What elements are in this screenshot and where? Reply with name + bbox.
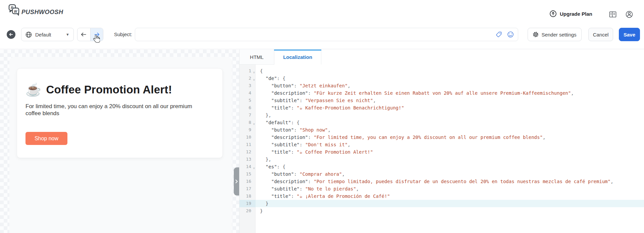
code-line-2[interactable]: 2v "de": { (239, 75, 644, 82)
line-number: 8v (239, 119, 256, 126)
tab-html[interactable]: HTML (239, 50, 274, 65)
save-label: Save (624, 32, 635, 37)
code-text: "description": "Für kurze Zeit erhalten … (256, 89, 644, 97)
svg-text:P: P (11, 6, 13, 10)
emoji-icon[interactable] (507, 31, 514, 38)
language-selected-label: Default (35, 32, 51, 37)
panel-collapse-handle[interactable] (234, 167, 239, 196)
line-number: 20 (239, 207, 256, 215)
code-line-6[interactable]: 6 "title": "☕ Kaffee-Promotion Benachric… (239, 104, 644, 111)
line-number: 1v (239, 67, 256, 75)
email-preview-canvas: ☕ Coffee Promotion Alert! For limited ti… (0, 50, 239, 233)
coffee-emoji: ☕ (25, 83, 41, 96)
code-text: "default": { (256, 119, 644, 126)
cancel-button[interactable]: Cancel (588, 28, 613, 41)
subject-input[interactable] (135, 28, 518, 41)
globe-icon (25, 31, 32, 38)
code-line-4[interactable]: 4 "description": "Für kurze Zeit erhalte… (239, 89, 644, 97)
code-line-15[interactable]: 15 "button": "Comprar ahora", (239, 170, 644, 178)
cancel-label: Cancel (593, 32, 609, 37)
tab-localization[interactable]: Localization (274, 50, 321, 65)
expand-chevron-icon (235, 179, 238, 183)
tag-icon[interactable] (495, 31, 502, 38)
code-text: "button": "Shop now", (256, 126, 644, 134)
code-line-5[interactable]: 5 "subtitle": "Verpassen Sie es nicht", (239, 97, 644, 104)
sender-settings-button[interactable]: Sender settings (528, 28, 582, 41)
save-button[interactable]: Save (619, 28, 640, 41)
line-number: 19 (239, 200, 256, 207)
editor-tabs: HTML Localization (239, 50, 321, 65)
email-content-block[interactable]: ☕ Coffee Promotion Alert! For limited ti… (17, 68, 223, 158)
code-line-13[interactable]: 13 }, (239, 156, 644, 163)
preview-description: For limited time, you can enjoy a 20% di… (25, 103, 204, 117)
line-number: 11 (239, 141, 256, 148)
subject-label: Subject: (114, 28, 132, 41)
code-text: "description": "For limited time, you ca… (256, 134, 644, 141)
code-rows: 1v{2v "de": {3 "button": "Jetzt einkaufe… (239, 67, 644, 215)
app-header: P W PUSHWOOSH Upgrade Plan (0, 0, 644, 49)
line-number: 7 (239, 111, 256, 119)
code-line-1[interactable]: 1v{ (239, 67, 644, 75)
line-number: 17 (239, 185, 256, 192)
code-line-16[interactable]: 16 "description": "Por tiempo limitado, … (239, 178, 644, 185)
language-selector-dropdown[interactable]: Default ▼ (21, 28, 74, 41)
undo-button[interactable] (77, 28, 90, 41)
pushwoosh-logo-icon: P W (8, 4, 20, 16)
code-text: "de": { (256, 75, 644, 82)
account-icon[interactable] (625, 10, 633, 18)
svg-text:W: W (14, 10, 18, 13)
line-number: 12 (239, 148, 256, 156)
code-line-19[interactable]: 19 } (239, 200, 644, 207)
gear-icon (533, 31, 539, 37)
code-text: "button": "Jetzt einkaufen", (256, 82, 644, 89)
code-text: "es": { (256, 163, 644, 170)
code-line-11[interactable]: 11 "subtitle": "Don't miss it", (239, 141, 644, 148)
line-number: 2v (239, 75, 256, 82)
localization-json-editor[interactable]: 1v{2v "de": {3 "button": "Jetzt einkaufe… (239, 65, 644, 233)
code-line-10[interactable]: 10 "description": "For limited time, you… (239, 134, 644, 141)
line-number: 5 (239, 97, 256, 104)
code-text: { (256, 67, 644, 75)
upgrade-arrow-icon (549, 10, 557, 17)
undo-redo-group (77, 28, 103, 41)
code-text: }, (256, 111, 644, 119)
code-line-3[interactable]: 3 "button": "Jetzt einkaufen", (239, 82, 644, 89)
chevron-down-icon: ▼ (66, 32, 69, 36)
code-line-8[interactable]: 8v "default": { (239, 119, 644, 126)
line-number: 15 (239, 170, 256, 178)
code-text: "description": "Por tiempo limitado, pue… (256, 178, 644, 185)
line-number: 16 (239, 178, 256, 185)
code-text: "subtitle": "Verpassen Sie es nicht", (256, 97, 644, 104)
code-text: "title": "☕ Coffee Promotion Alert!" (256, 148, 644, 156)
back-button[interactable] (7, 30, 15, 39)
upgrade-plan-label: Upgrade Plan (560, 11, 592, 17)
code-text: "button": "Comprar ahora", (256, 170, 644, 178)
code-text: "title": "☕ Kaffee-Promotion Benachricht… (256, 104, 644, 111)
line-number: 18 (239, 192, 256, 200)
code-line-17[interactable]: 17 "subtitle": "No te lo pierdas", (239, 185, 644, 192)
code-line-20[interactable]: 20} (239, 207, 644, 215)
code-text: } (256, 200, 644, 207)
line-number: 10 (239, 134, 256, 141)
preview-title: Coffee Promotion Alert! (46, 83, 172, 96)
code-line-18[interactable]: 18 "title": "☕ ¡Alerta de Promoción de C… (239, 192, 644, 200)
code-line-9[interactable]: 9 "button": "Shop now", (239, 126, 644, 134)
line-number: 9 (239, 126, 256, 134)
line-number: 4 (239, 89, 256, 97)
code-text: "subtitle": "No te lo pierdas", (256, 185, 644, 192)
code-line-12[interactable]: 12 "title": "☕ Coffee Promotion Alert!" (239, 148, 644, 156)
email-body-frame: ☕ Coffee Promotion Alert! For limited ti… (9, 57, 232, 233)
code-text: "subtitle": "Don't miss it", (256, 141, 644, 148)
code-text: "title": "☕ ¡Alerta de Promoción de Café… (256, 192, 644, 200)
code-line-14[interactable]: 14v "es": { (239, 163, 644, 170)
code-text: }, (256, 156, 644, 163)
line-number: 3 (239, 82, 256, 89)
redo-button[interactable] (90, 28, 103, 41)
documentation-icon[interactable] (609, 10, 617, 18)
code-line-7[interactable]: 7 }, (239, 111, 644, 119)
line-number: 13 (239, 156, 256, 163)
line-number: 14v (239, 163, 256, 170)
shop-now-button[interactable]: Shop now (25, 132, 67, 145)
upgrade-plan-button[interactable]: Upgrade Plan (549, 10, 592, 17)
line-number: 6 (239, 104, 256, 111)
